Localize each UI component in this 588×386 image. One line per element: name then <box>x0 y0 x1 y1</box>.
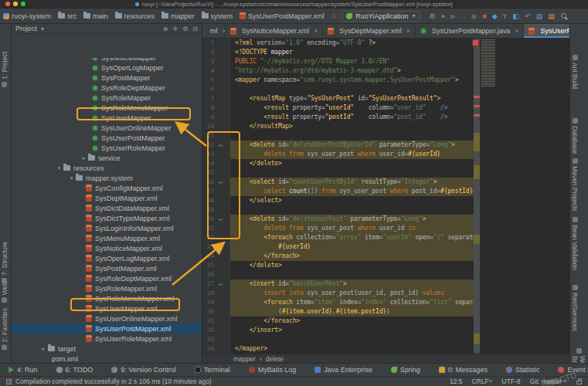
undo-button[interactable]: ↶ <box>525 12 531 20</box>
tool-button-restservices[interactable]: RestServices <box>571 285 579 331</box>
tool-button-2-favorites[interactable]: 2: Favorites <box>1 308 8 350</box>
search-everywhere-icon[interactable] <box>561 13 566 19</box>
settings-icon[interactable]: ⚙ <box>182 25 188 32</box>
code-line[interactable]: 10 </resultMap> <box>202 122 474 131</box>
breadcrumb-item[interactable]: src <box>58 12 76 20</box>
tool-window-button-java-enterprise[interactable]: Java Enterprise <box>314 366 372 374</box>
vcs-branch-button[interactable]: Y <box>503 12 508 20</box>
tree-item-sysconfigmapper-xml[interactable]: SysConfigMapper.xml <box>12 183 202 193</box>
code-line[interactable]: 14 </delete> <box>202 159 474 168</box>
tool-button-bean-validation[interactable]: Bean Validation <box>571 217 579 270</box>
code-line[interactable]: 32 </insert> <box>202 326 474 335</box>
tree-item-sysuserrolemapper-xml[interactable]: SysUserRoleMapper.xml <box>12 334 202 344</box>
tree-item-mapper-system[interactable]: ▾mapper.system <box>12 173 202 183</box>
tab-sysdeptmapper-xml[interactable]: SysDeptMapper.xml× <box>323 24 416 38</box>
tree-item-sysoperlogmapper-xml[interactable]: SysOperLogMapper.xml <box>12 253 202 263</box>
code-line[interactable]: 23 #{userId} <box>202 242 474 252</box>
tree-item-sysrolemenumapper[interactable]: SysRoleMenuMapper <box>12 103 202 113</box>
tree-item-service[interactable]: ▸service <box>12 153 202 163</box>
code-line[interactable]: 28 insert into sys_user_post(user_id, po… <box>202 289 474 298</box>
tab-sysnoticemapper-xml[interactable]: SysNoticeMapper.xml× <box>226 24 323 38</box>
tool-window-button-spring[interactable]: Spring <box>391 366 420 374</box>
editor-breadcrumb-item[interactable]: delete <box>266 355 284 363</box>
tree-item-sysdicttypemapper-xml[interactable]: SysDictTypeMapper.xml <box>12 213 202 223</box>
tree-item-sysrolemapper[interactable]: SysRoleMapper <box>12 93 202 103</box>
code-area[interactable]: 1<?xml version="1.0" encoding="UTF-8" ?>… <box>202 39 569 354</box>
lock-icon[interactable] <box>576 381 582 384</box>
chevron-down-icon[interactable]: ▾ <box>41 25 44 32</box>
tool-button-1-project[interactable]: 1: Project <box>1 52 8 87</box>
code-line[interactable]: 9 <result property="postId" column="post… <box>202 113 474 122</box>
caret-position-widget[interactable]: 12:5 <box>450 378 463 385</box>
tool-window-button-event-log[interactable]: Event Log <box>558 366 588 374</box>
run-button[interactable]: ● <box>441 12 445 20</box>
code-line[interactable]: 18 </select> <box>202 196 474 205</box>
tree-item-sysuserrolemapper[interactable]: SysUserRoleMapper <box>12 143 202 153</box>
close-icon[interactable]: × <box>406 27 410 35</box>
make-project-button[interactable]: ⚙ <box>430 12 436 20</box>
tree-item-sysdeptmapper-xml[interactable]: SysDeptMapper.xml <box>12 193 202 203</box>
tool-button-database[interactable]: Database <box>571 118 579 154</box>
tree-item-sysuseronlinemapper[interactable]: SysUserOnlineMapper <box>12 123 202 133</box>
code-line[interactable]: 17 select count(1) from sys_user_post wh… <box>202 187 474 196</box>
navigate-to-interface-icon[interactable]: ← <box>214 141 228 150</box>
code-line[interactable]: 24 </foreach> <box>202 252 474 261</box>
code-line[interactable]: 21 delete from sys_user_post where user_… <box>202 224 474 233</box>
tool-button-ant-build[interactable]: Ant Build <box>571 55 579 89</box>
tool-window-button-9-version-control[interactable]: 9: Version Control <box>111 366 176 374</box>
run-configuration-select[interactable]: RuoYiApplication ▾ <box>342 11 420 22</box>
tool-button-7-structure[interactable]: 7: Structure <box>1 242 8 283</box>
code-line[interactable]: 31 </foreach> <box>202 317 474 326</box>
tool-window-button-mybatis-log[interactable]: MyBatis Log <box>249 366 297 374</box>
code-line[interactable]: 13 delete from sys_user_post where user_… <box>202 150 474 159</box>
tool-window-button-6-todo[interactable]: 6: TODO <box>56 366 93 374</box>
navigate-to-interface-icon[interactable]: ← <box>214 178 228 187</box>
chevron-down-icon[interactable]: ▾ <box>55 165 63 171</box>
chevron-right-icon[interactable]: ▸ <box>80 155 88 161</box>
code-line[interactable]: 7 <resultMap type="SysUserPost" id="SysU… <box>202 94 474 103</box>
code-line[interactable]: 20← <delete id="deleteUserPost" paramete… <box>202 215 474 224</box>
code-line[interactable]: 33 <box>202 335 474 344</box>
debug-button[interactable]: ▶ <box>450 12 456 20</box>
paste-button[interactable]: ▤ <box>536 12 543 20</box>
code-line[interactable]: 3PUBLIC "-//mybatis.org//DTD Mapper 3.0/… <box>202 57 474 66</box>
chevron-right-icon[interactable]: ▸ <box>39 346 48 352</box>
code-line[interactable]: 26 <box>202 270 474 279</box>
tree-item-syslogininformapper-xml[interactable]: SysLoginInforMapper.xml <box>12 223 202 233</box>
tab-sysuserpostmapper-java[interactable]: SysUserPostMapper.java× <box>416 24 524 38</box>
tree-item-sysuseronlinemapper-xml[interactable]: SysUserOnlineMapper.xml <box>12 313 202 323</box>
tool-window-button-4-run[interactable]: 4: Run <box>8 366 38 374</box>
breadcrumb-item[interactable]: ruoyi-system <box>3 12 51 20</box>
tree-item-sysuserpostmapper-xml[interactable]: SysUserPostMapper.xml <box>12 323 202 334</box>
tool-window-button-statistic[interactable]: Statistic <box>506 366 540 374</box>
tree-item-syspostmapper-xml[interactable]: SysPostMapper.xml <box>12 263 202 273</box>
code-line[interactable]: 34</mapper> <box>202 344 474 354</box>
navigate-to-interface-icon[interactable]: ← <box>214 215 228 224</box>
tree-item-sysnoticemapper-xml[interactable]: SysNoticeMapper.xml <box>12 243 202 253</box>
code-line[interactable]: 11 <box>202 131 474 141</box>
code-line[interactable]: 5<mapper namespace="com.ruoyi.system.map… <box>202 76 474 85</box>
git-branch-widget[interactable]: Git: master ÷ <box>529 378 567 385</box>
coverage-button[interactable]: ◉ <box>471 12 477 20</box>
close-icon[interactable]: × <box>314 27 318 35</box>
chevron-down-icon[interactable]: ▾ <box>67 175 76 181</box>
tree-item-sysroledeptmapper[interactable]: SysRoleDeptMapper <box>12 83 202 93</box>
close-icon[interactable]: × <box>515 27 518 35</box>
tree-item-sysoperlogmapper[interactable]: SysOperLogMapper <box>12 63 202 73</box>
tool-button-web[interactable]: Web <box>1 282 8 303</box>
code-line[interactable]: 22 <foreach collection="array" item="use… <box>202 233 474 242</box>
tree-item-pom-xml[interactable]: pom.xml <box>12 354 202 363</box>
breadcrumb-item[interactable]: mapper <box>161 12 195 20</box>
tool-button-maven-projects[interactable]: Maven Projects <box>571 158 579 212</box>
line-separator-widget[interactable]: CRLF÷ <box>471 378 492 385</box>
tree-item-target[interactable]: ▸target <box>12 344 202 354</box>
breadcrumb-item[interactable]: resources <box>115 12 155 20</box>
hide-icon[interactable]: ⊟ <box>192 25 198 32</box>
tree-item-syspostmapper[interactable]: SysPostMapper <box>12 73 202 83</box>
code-line[interactable]: 1<?xml version="1.0" encoding="UTF-8" ?> <box>202 39 474 48</box>
tree-item-sysuserpostmapper[interactable]: SysUserPostMapper <box>12 133 202 143</box>
code-line[interactable]: 4"http://mybatis.org/dtd/mybatis-3-mappe… <box>202 66 474 76</box>
tree-item-resources[interactable]: ▾resources <box>12 163 202 173</box>
tab-ml[interactable]: ml× <box>202 24 226 38</box>
code-minimap[interactable] <box>481 39 495 87</box>
